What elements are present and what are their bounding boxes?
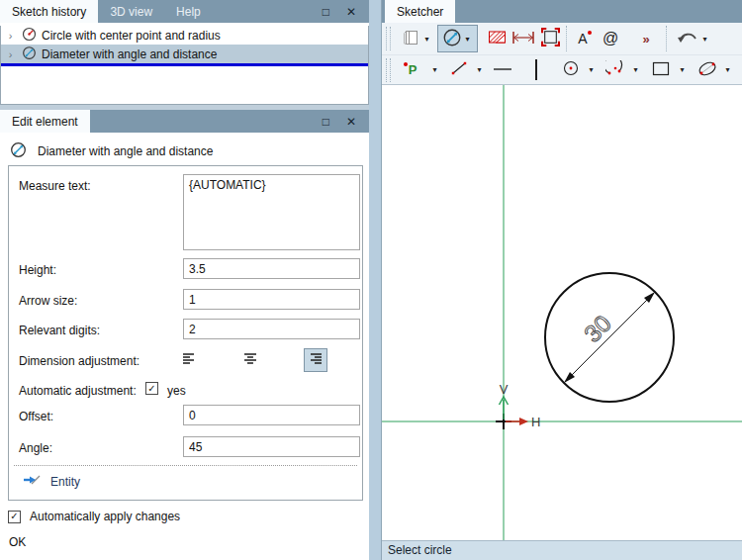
adjust-center-button[interactable] <box>238 348 262 372</box>
vertical-line-icon <box>535 59 537 80</box>
tree-item-label: Diameter with angle and distance <box>42 47 217 61</box>
sketch-drawing: V H 30 <box>382 85 742 540</box>
point-tool-icon: P <box>407 62 419 77</box>
circle-diameter-icon <box>442 28 462 50</box>
measure-text-label: Measure text: <box>19 179 91 193</box>
circle-diameter-icon <box>22 46 37 63</box>
tab-edit-element[interactable]: Edit element <box>0 110 90 133</box>
auto-apply-row: ✓ Automatically apply changes <box>8 510 180 523</box>
measure-text-input[interactable]: {AUTOMATIC} <box>183 174 360 250</box>
dropdown-icon[interactable]: ▾ <box>429 65 440 74</box>
hatch-tool-button[interactable] <box>486 26 508 51</box>
tab-sketcher[interactable]: Sketcher <box>385 0 455 23</box>
at-symbol-icon: @ <box>603 30 618 47</box>
offset-input[interactable] <box>183 405 360 425</box>
arrow-size-input[interactable] <box>183 289 360 310</box>
frame-icon <box>541 28 560 49</box>
horizontal-line-icon <box>493 63 512 77</box>
sketch-canvas[interactable]: V H 30 <box>382 85 742 540</box>
status-text: Select circle <box>388 543 452 557</box>
chevron-right-icon[interactable]: › <box>4 30 17 42</box>
close-icon[interactable]: ✕ <box>346 116 356 128</box>
tab-3d-view[interactable]: 3D view <box>98 0 164 23</box>
y-axis-arrow <box>500 397 509 420</box>
text-tool-icon: A <box>576 31 589 47</box>
maximize-icon[interactable]: □ <box>323 6 329 18</box>
ellipse-icon <box>696 60 718 80</box>
tab-sketch-history[interactable]: Sketch history <box>0 0 98 23</box>
symbol-tool-button[interactable]: @ <box>600 26 621 51</box>
toolbar-separator <box>566 26 567 51</box>
panel-splitter[interactable] <box>369 0 381 560</box>
horizontal-line-tool-button[interactable] <box>492 57 513 83</box>
arc-tool-button[interactable] <box>604 57 626 83</box>
vertical-line-tool-button[interactable] <box>525 57 547 83</box>
properties-groupbox: Measure text: {AUTOMATIC} Height: Arrow … <box>8 165 363 501</box>
ok-button[interactable]: OK <box>9 535 26 549</box>
undo-icon <box>676 30 699 48</box>
more-tools-button[interactable]: » <box>635 26 657 51</box>
diameter-dimension[interactable]: 30 <box>564 292 655 383</box>
x-axis-arrow <box>506 418 528 425</box>
auto-apply-label: Automatically apply changes <box>30 510 180 523</box>
tree-item-diameter[interactable]: › Diameter with angle and distance <box>1 45 368 63</box>
v-axis-label: V <box>500 382 509 397</box>
adjust-left-button[interactable] <box>177 348 201 372</box>
close-icon[interactable]: ✕ <box>346 6 356 18</box>
height-input[interactable] <box>183 258 360 279</box>
toolbar-grip[interactable] <box>386 58 391 82</box>
adjust-right-button[interactable] <box>304 348 327 372</box>
tab-help[interactable]: Help <box>164 0 213 23</box>
check-icon: ✓ <box>147 384 155 394</box>
point-tool-button[interactable]: P <box>402 57 423 83</box>
edit-element-header: Diameter with angle and distance <box>10 141 213 161</box>
chevron-right-icon[interactable]: › <box>4 48 17 60</box>
relevant-digits-input[interactable] <box>183 319 360 339</box>
angle-input[interactable] <box>183 436 360 457</box>
dropdown-icon[interactable]: ▾ <box>699 35 710 44</box>
sheet-icon <box>402 30 419 48</box>
maximize-icon[interactable]: □ <box>323 116 329 128</box>
text-tool-button[interactable]: A <box>572 26 594 51</box>
angle-label: Angle: <box>19 441 52 455</box>
double-chevron-icon: » <box>642 32 649 47</box>
edit-element-panel: Edit element □ ✕ Dia <box>0 110 369 560</box>
h-axis-label: H <box>531 415 540 429</box>
line-tool-button[interactable] <box>448 57 470 83</box>
dropdown-icon[interactable]: ▾ <box>462 35 473 44</box>
toolbar-separator <box>666 26 667 51</box>
entity-row[interactable]: Entity <box>22 473 80 490</box>
status-bar: Select circle <box>382 540 742 560</box>
dropdown-icon[interactable]: ▾ <box>421 35 432 44</box>
app-window: Sketch history 3D view Help □ ✕ › <box>0 0 742 560</box>
sketcher-toolbar-row1: ▾ ▾ <box>382 23 742 55</box>
dropdown-icon[interactable]: ▾ <box>722 65 733 74</box>
insert-position-indicator <box>1 63 368 66</box>
dropdown-icon[interactable]: ▾ <box>586 65 597 74</box>
offset-label: Offset: <box>19 410 53 423</box>
dropdown-icon[interactable]: ▾ <box>474 65 485 74</box>
linear-dimension-tool-button[interactable] <box>510 26 536 51</box>
ellipse-tool-button[interactable] <box>696 57 718 83</box>
rectangle-icon <box>652 61 670 79</box>
dropdown-icon[interactable]: ▾ <box>677 65 688 74</box>
sheet-tool-button[interactable] <box>400 26 421 51</box>
circle-tool-button[interactable] <box>560 57 582 83</box>
sketch-history-titlebar: Sketch history 3D view Help □ ✕ <box>0 0 369 23</box>
rectangle-tool-button[interactable] <box>650 57 672 83</box>
auto-apply-checkbox[interactable]: ✓ <box>8 511 21 523</box>
undo-button[interactable] <box>676 26 699 51</box>
dropdown-icon[interactable]: ▾ <box>630 65 641 74</box>
line-icon <box>449 60 469 79</box>
window-buttons: □ ✕ <box>323 0 369 23</box>
tree-item-label: Circle with center point and radius <box>42 29 221 43</box>
sketcher-toolbar-row2: P ▾ ▾ <box>382 55 742 85</box>
diameter-dimension-tool-button[interactable]: ▾ <box>437 25 478 52</box>
tree-item-circle[interactable]: › Circle with center point and radius <box>1 26 368 45</box>
frame-tool-button[interactable] <box>539 26 561 51</box>
toolbar-grip[interactable] <box>386 27 391 50</box>
automatic-adjustment-checkbox[interactable]: ✓ <box>145 382 158 395</box>
height-label: Height: <box>19 263 56 277</box>
sketch-history-tree: › Circle with center point and radius › <box>0 26 369 105</box>
entity-label: Entity <box>50 475 80 489</box>
